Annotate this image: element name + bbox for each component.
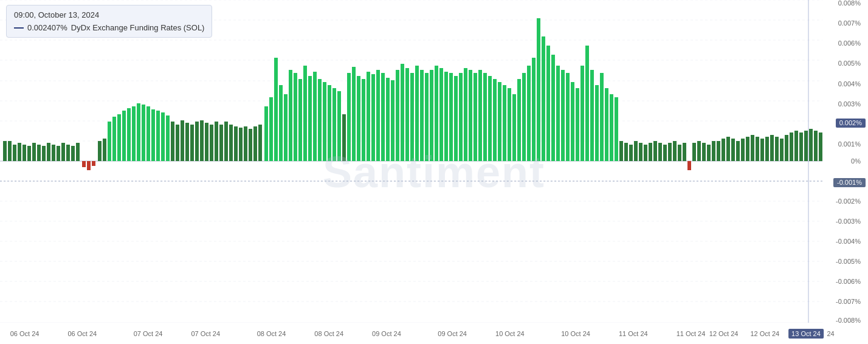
svg-rect-99 bbox=[396, 70, 399, 161]
svg-rect-41 bbox=[112, 117, 116, 161]
svg-rect-34 bbox=[76, 143, 80, 161]
svg-rect-32 bbox=[66, 145, 70, 161]
svg-rect-92 bbox=[362, 79, 365, 161]
svg-rect-82 bbox=[313, 72, 317, 161]
svg-rect-126 bbox=[527, 66, 531, 161]
svg-rect-75 bbox=[279, 85, 283, 161]
y-tick-004: 0.004% bbox=[838, 81, 866, 88]
svg-rect-29 bbox=[52, 145, 55, 161]
svg-rect-71 bbox=[258, 125, 262, 161]
y-tick-neg005: -0.005% bbox=[836, 258, 866, 265]
svg-rect-129 bbox=[542, 36, 545, 161]
svg-rect-185 bbox=[814, 131, 818, 161]
svg-rect-35 bbox=[82, 161, 86, 167]
svg-rect-169 bbox=[736, 141, 740, 161]
svg-rect-125 bbox=[522, 73, 526, 161]
y-tick-007: 0.007% bbox=[838, 20, 866, 27]
svg-rect-168 bbox=[731, 139, 735, 161]
svg-rect-58 bbox=[195, 122, 199, 161]
svg-rect-116 bbox=[478, 70, 482, 161]
svg-rect-184 bbox=[809, 129, 813, 161]
svg-rect-139 bbox=[590, 70, 594, 161]
svg-rect-106 bbox=[430, 70, 433, 161]
x-tick-11: 11 Oct 24 bbox=[677, 330, 706, 337]
svg-rect-158 bbox=[683, 143, 686, 161]
svg-rect-79 bbox=[298, 79, 302, 161]
svg-rect-112 bbox=[459, 73, 463, 161]
svg-rect-57 bbox=[190, 125, 194, 161]
svg-rect-102 bbox=[410, 73, 414, 161]
y-tick-0: 0% bbox=[851, 158, 866, 165]
svg-rect-43 bbox=[122, 111, 126, 161]
svg-rect-89 bbox=[347, 73, 351, 161]
x-tick-9: 10 Oct 24 bbox=[561, 330, 590, 337]
svg-rect-118 bbox=[488, 76, 492, 161]
svg-rect-170 bbox=[741, 139, 745, 161]
svg-rect-177 bbox=[775, 137, 779, 161]
svg-rect-24 bbox=[27, 146, 31, 161]
y-tick-neg002: -0.002% bbox=[836, 198, 866, 205]
x-tick-6: 09 Oct 24 bbox=[372, 330, 401, 337]
x-tick-1: 06 Oct 24 bbox=[67, 330, 97, 337]
svg-rect-141 bbox=[600, 73, 604, 161]
tooltip-value-row: 0.002407% DyDx Exchange Funding Rates (S… bbox=[14, 23, 204, 32]
svg-rect-48 bbox=[146, 106, 150, 161]
svg-rect-122 bbox=[508, 88, 511, 161]
y-tick-neg008: -0.008% bbox=[836, 317, 866, 324]
svg-rect-162 bbox=[702, 143, 706, 161]
y-tick-005: 0.005% bbox=[838, 60, 866, 67]
svg-rect-49 bbox=[151, 109, 155, 161]
svg-rect-62 bbox=[215, 122, 218, 161]
svg-rect-97 bbox=[386, 78, 390, 161]
svg-rect-96 bbox=[381, 73, 385, 161]
svg-rect-46 bbox=[137, 103, 140, 161]
svg-rect-77 bbox=[289, 70, 292, 161]
svg-rect-164 bbox=[712, 141, 715, 161]
svg-rect-133 bbox=[561, 70, 565, 161]
svg-rect-156 bbox=[673, 141, 677, 161]
chart-container: 09:00, October 13, 2024 0.002407% DyDx E… bbox=[0, 0, 868, 344]
svg-rect-113 bbox=[464, 68, 467, 161]
svg-rect-109 bbox=[444, 72, 448, 161]
svg-rect-144 bbox=[615, 97, 618, 161]
svg-rect-19 bbox=[3, 141, 7, 161]
svg-rect-132 bbox=[556, 66, 560, 161]
svg-rect-78 bbox=[294, 73, 297, 161]
svg-rect-100 bbox=[401, 64, 404, 161]
svg-rect-114 bbox=[469, 70, 472, 161]
svg-rect-140 bbox=[595, 85, 599, 161]
svg-rect-148 bbox=[634, 141, 638, 161]
svg-rect-131 bbox=[551, 55, 555, 161]
svg-rect-28 bbox=[47, 143, 50, 161]
svg-rect-155 bbox=[668, 143, 672, 161]
y-axis: 0.008% 0.007% 0.006% 0.005% 0.004% 0.003… bbox=[822, 0, 868, 323]
y-tick-neg006: -0.006% bbox=[836, 278, 866, 285]
svg-rect-111 bbox=[454, 76, 458, 161]
svg-rect-83 bbox=[318, 79, 322, 161]
svg-rect-119 bbox=[493, 79, 497, 161]
svg-rect-95 bbox=[376, 70, 380, 161]
x-tick-4: 08 Oct 24 bbox=[257, 330, 286, 337]
svg-rect-54 bbox=[176, 125, 179, 161]
svg-rect-55 bbox=[181, 120, 184, 161]
svg-rect-67 bbox=[239, 128, 243, 161]
svg-rect-40 bbox=[108, 122, 111, 161]
svg-rect-90 bbox=[352, 67, 356, 161]
bars-svg bbox=[0, 0, 822, 323]
svg-rect-171 bbox=[746, 137, 749, 161]
svg-rect-178 bbox=[780, 139, 784, 161]
tooltip-date: 09:00, October 13, 2024 bbox=[14, 10, 204, 19]
svg-rect-21 bbox=[13, 145, 16, 161]
svg-rect-179 bbox=[785, 135, 788, 161]
svg-rect-45 bbox=[132, 106, 136, 161]
svg-rect-176 bbox=[770, 135, 774, 161]
x-axis: 06 Oct 24 06 Oct 24 07 Oct 24 07 Oct 24 … bbox=[0, 323, 822, 344]
svg-rect-51 bbox=[161, 112, 165, 161]
x-tick-0: 06 Oct 24 bbox=[10, 330, 40, 337]
x-tick-3: 07 Oct 24 bbox=[191, 330, 220, 337]
svg-rect-27 bbox=[42, 146, 46, 161]
svg-rect-182 bbox=[799, 132, 803, 161]
svg-rect-59 bbox=[200, 120, 204, 161]
svg-rect-103 bbox=[415, 66, 419, 161]
x-tick-8: 10 Oct 24 bbox=[495, 330, 525, 337]
